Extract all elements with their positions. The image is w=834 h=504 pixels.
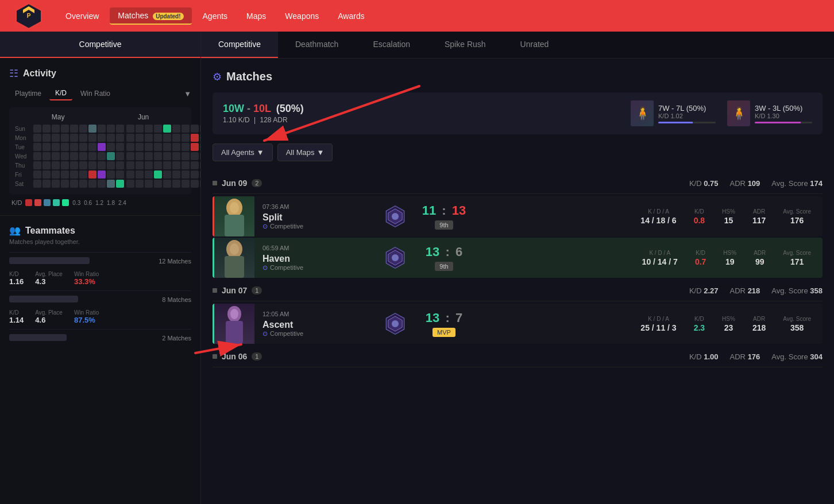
match-kda-haven: K / D / A 10 / 14 / 7 K/D 0.7 HS% 19 A <box>478 250 823 266</box>
match-info-ascent: 12:05 AM Ascent ⊙ Competitive <box>254 306 381 342</box>
nav-links: Overview Matches Updated! Agents Maps We… <box>57 7 373 25</box>
summary-kd: 1.10 K/D | 128 ADR <box>223 116 304 124</box>
teammate-1-stats: K/D 1.16 Avg. Place 4.3 Win Ratio 33.3% <box>9 271 191 286</box>
nav-maps[interactable]: Maps <box>238 8 274 24</box>
top-tab-competitive[interactable]: Competitive <box>201 32 278 58</box>
teammate-3-name <box>9 334 67 341</box>
score-badge-split: 9th <box>435 220 453 230</box>
match-score-ascent: 13 : 7 MVP <box>410 311 478 337</box>
nav-matches[interactable]: Matches Updated! <box>110 7 191 25</box>
teammate-1-wr-val: 33.3% <box>74 277 99 286</box>
teammate-1-matches: 12 Matches <box>159 258 191 265</box>
date-indicator <box>213 181 217 185</box>
sidebar-tab-competitive[interactable]: Competitive <box>0 32 200 58</box>
player1-wl: 7W - 7L (50%) <box>658 104 716 113</box>
player-info-2: 3W - 3L (50%) K/D 1.30 <box>755 104 812 123</box>
activity-title: Activity <box>23 68 56 79</box>
match-map-haven: Haven <box>262 254 373 264</box>
match-row-haven[interactable]: 06:59 AM Haven ⊙ Competitive <box>213 238 823 278</box>
date-group-jun06: Jun 06 1 K/D 1.00 ADR 176 Avg. Score 304 <box>213 346 823 367</box>
match-map-split: Split <box>262 212 373 223</box>
svg-rect-10 <box>225 256 244 278</box>
hs-val-split: 15 <box>722 216 735 225</box>
teammate-2-kd-val: 1.14 <box>9 316 24 324</box>
match-score-haven: 13 : 6 9th <box>410 245 478 271</box>
cal-row-fri: Fri <box>15 170 186 179</box>
teammate-1-kd-label: K/D <box>9 271 24 277</box>
match-mode-haven: ⊙ Competitive <box>262 264 373 272</box>
match-mode-split: ⊙ Competitive <box>262 223 373 230</box>
match-score-split: 11 : 13 9th <box>410 203 478 230</box>
nav-overview[interactable]: Overview <box>57 8 107 24</box>
teammates-header: 👥 Teammates <box>9 225 191 236</box>
cal-month-jun: Jun <box>138 113 149 121</box>
player-avatar-1: 🧍 <box>631 100 654 126</box>
filter-agents[interactable]: All Agents ▼ <box>213 144 273 161</box>
sidebar-mode-tabs: Competitive <box>0 32 200 58</box>
match-info-split: 07:36 AM Split ⊙ Competitive <box>254 199 381 235</box>
teammate-1-place-val: 4.3 <box>35 277 63 286</box>
hs-val-ascent: 23 <box>722 323 735 332</box>
match-mode-ascent: ⊙ Competitive <box>262 330 373 338</box>
teammate-2-wr-label: Win Ratio <box>74 309 99 316</box>
avgscore-val-split: 176 <box>783 216 811 225</box>
tab-kd[interactable]: K/D <box>49 87 72 100</box>
kd-val-06: 0.6 <box>84 200 92 206</box>
top-tab-unrated[interactable]: Unrated <box>503 32 566 58</box>
kd-val-24: 2.4 <box>118 200 126 206</box>
score-nums-ascent: 13 : 7 <box>410 311 478 325</box>
teammate-1-kd-val: 1.16 <box>9 277 24 286</box>
activity-icon: ☷ <box>9 67 18 80</box>
svg-point-8 <box>392 213 399 220</box>
nav-weapons[interactable]: Weapons <box>277 8 327 24</box>
cal-month-may: May <box>52 113 65 121</box>
kd-dot-5 <box>62 199 69 206</box>
player-info-1: 7W - 7L (50%) K/D 1.02 <box>658 104 716 123</box>
match-row-split[interactable]: 07:36 AM Split ⊙ Competitive <box>213 196 823 237</box>
adr-val-ascent: 218 <box>752 323 766 332</box>
nav-agents[interactable]: Agents <box>195 8 236 24</box>
match-agent-ascent <box>214 304 254 344</box>
kd-dot-2 <box>34 199 41 206</box>
kda-val-ascent: 25 / 11 / 3 <box>640 323 676 332</box>
svg-text:P: P <box>27 13 31 19</box>
svg-point-11 <box>230 243 239 255</box>
matches-badge: Updated! <box>153 13 183 20</box>
svg-point-17 <box>230 309 238 319</box>
activity-dropdown[interactable]: ▼ <box>184 90 191 98</box>
nav-awards[interactable]: Awards <box>330 8 372 24</box>
kd-dot-3 <box>44 199 51 206</box>
kd-val-18: 1.8 <box>107 200 115 206</box>
cal-row-tue: Tue <box>15 143 186 151</box>
tab-playtime[interactable]: Playtime <box>9 87 47 100</box>
top-tab-spikerush[interactable]: Spike Rush <box>427 32 503 58</box>
date-count-jun09: 2 <box>252 179 262 187</box>
adr-val-split: 117 <box>752 216 766 225</box>
filter-maps[interactable]: All Maps ▼ <box>277 144 333 161</box>
match-time-haven: 06:59 AM <box>262 245 373 251</box>
summary-left: 10W - 10L (50%) 1.10 K/D | 128 ADR <box>223 103 304 124</box>
match-info-haven: 06:59 AM Haven ⊙ Competitive <box>254 240 381 276</box>
teammate-1-name <box>9 257 90 264</box>
kda-val-split: 14 / 18 / 6 <box>640 216 676 225</box>
player2-wl: 3W - 3L (50%) <box>755 104 812 113</box>
top-tab-deathmatch[interactable]: Deathmatch <box>278 32 356 58</box>
date-group-jun09: Jun 09 2 K/D 0.75 ADR 109 Avg. Score 174 <box>213 173 823 278</box>
logo: P <box>11 2 46 30</box>
date-label-jun06: Jun 06 <box>222 352 247 361</box>
svg-point-14 <box>392 254 399 261</box>
kd-legend-label: K/D <box>11 199 22 206</box>
player2-kd: K/D 1.30 <box>755 113 812 119</box>
summary-right: 🧍 7W - 7L (50%) K/D 1.02 🧍 <box>631 100 812 126</box>
match-row-ascent[interactable]: 12:05 AM Ascent ⊙ Competitive <box>213 304 823 344</box>
date-label-jun07: Jun 07 <box>222 286 247 295</box>
avgscore-val-haven: 171 <box>783 257 811 266</box>
top-tab-escalation[interactable]: Escalation <box>356 32 427 58</box>
kd-val-haven: 0.7 <box>695 257 706 266</box>
tab-winratio[interactable]: Win Ratio <box>75 87 116 100</box>
date-header-jun06: Jun 06 1 K/D 1.00 ADR 176 Avg. Score 304 <box>213 346 823 367</box>
teammate-2-place-val: 4.6 <box>35 316 63 324</box>
match-kda-ascent: K / D / A 25 / 11 / 3 K/D 2.3 HS% 23 A <box>478 316 823 332</box>
summary-wl: 10W - 10L (50%) <box>223 103 304 115</box>
teammate-row-2: 8 Matches K/D 1.14 Avg. Place 4.6 Win Ra… <box>9 290 191 329</box>
